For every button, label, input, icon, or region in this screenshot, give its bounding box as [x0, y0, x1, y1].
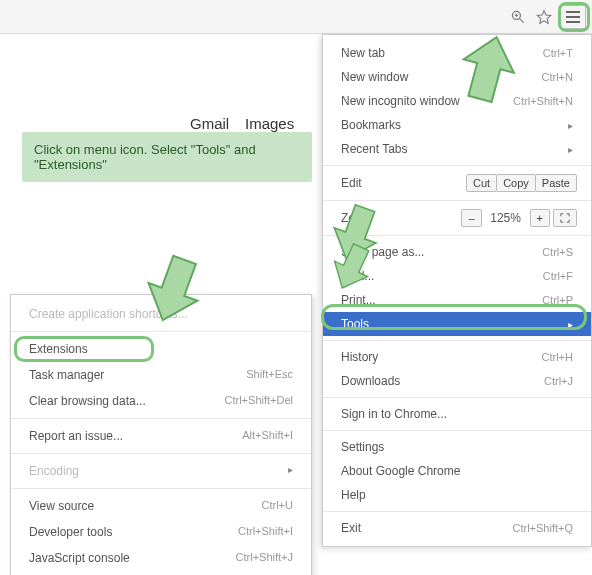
menu-edit-row: Edit Cut Copy Paste	[323, 170, 591, 196]
menu-new-tab[interactable]: New tabCtrl+T	[323, 41, 591, 65]
tools-submenu: Create application shortcuts... Extensio…	[10, 294, 312, 575]
sm-clear-data[interactable]: Clear browsing data...Ctrl+Shift+Del	[11, 388, 311, 414]
menu-separator	[323, 165, 591, 166]
zoom-in-button[interactable]: +	[530, 209, 550, 227]
menu-separator	[323, 340, 591, 341]
menu-downloads[interactable]: DownloadsCtrl+J	[323, 369, 591, 393]
zoom-icon[interactable]	[508, 7, 528, 27]
sm-view-source[interactable]: View sourceCtrl+U	[11, 493, 311, 519]
svg-marker-4	[537, 11, 551, 24]
edit-label: Edit	[341, 176, 466, 190]
menu-recent-tabs[interactable]: Recent Tabs	[323, 137, 591, 161]
gmail-link[interactable]: Gmail	[190, 115, 229, 132]
submenu-separator	[11, 418, 311, 419]
copy-button[interactable]: Copy	[496, 174, 536, 192]
menu-separator	[323, 397, 591, 398]
images-link[interactable]: Images	[245, 115, 294, 132]
menu-separator	[323, 200, 591, 201]
star-icon[interactable]	[534, 7, 554, 27]
submenu-separator	[11, 488, 311, 489]
sm-report-issue[interactable]: Report an issue...Alt+Shift+I	[11, 423, 311, 449]
sm-extensions[interactable]: Extensions	[11, 336, 311, 362]
sm-dev-tools[interactable]: Developer toolsCtrl+Shift+I	[11, 519, 311, 545]
browser-toolbar	[0, 0, 592, 34]
svg-rect-6	[566, 16, 580, 18]
submenu-separator	[11, 331, 311, 332]
sm-inspect-devices[interactable]: Inspect devices	[11, 571, 311, 575]
paste-button[interactable]: Paste	[535, 174, 577, 192]
zoom-out-button[interactable]: –	[461, 209, 481, 227]
sm-js-console[interactable]: JavaScript consoleCtrl+Shift+J	[11, 545, 311, 571]
menu-separator	[323, 511, 591, 512]
menu-button[interactable]	[560, 5, 586, 29]
instruction-bubble: Click on menu icon. Select "Tools" and "…	[22, 132, 312, 182]
menu-exit[interactable]: ExitCtrl+Shift+Q	[323, 516, 591, 540]
svg-rect-7	[566, 21, 580, 23]
sm-task-manager[interactable]: Task managerShift+Esc	[11, 362, 311, 388]
menu-separator	[323, 430, 591, 431]
menu-about[interactable]: About Google Chrome	[323, 459, 591, 483]
cut-button[interactable]: Cut	[466, 174, 497, 192]
menu-bookmarks[interactable]: Bookmarks	[323, 113, 591, 137]
submenu-separator	[11, 453, 311, 454]
menu-settings[interactable]: Settings	[323, 435, 591, 459]
svg-line-1	[520, 19, 524, 23]
svg-rect-5	[566, 11, 580, 13]
menu-signin[interactable]: Sign in to Chrome...	[323, 402, 591, 426]
menu-history[interactable]: HistoryCtrl+H	[323, 345, 591, 369]
zoom-value: 125%	[486, 211, 526, 225]
fullscreen-button[interactable]	[553, 209, 577, 227]
menu-tools[interactable]: Tools	[323, 312, 591, 336]
sm-encoding[interactable]: Encoding	[11, 458, 311, 484]
menu-help[interactable]: Help	[323, 483, 591, 507]
